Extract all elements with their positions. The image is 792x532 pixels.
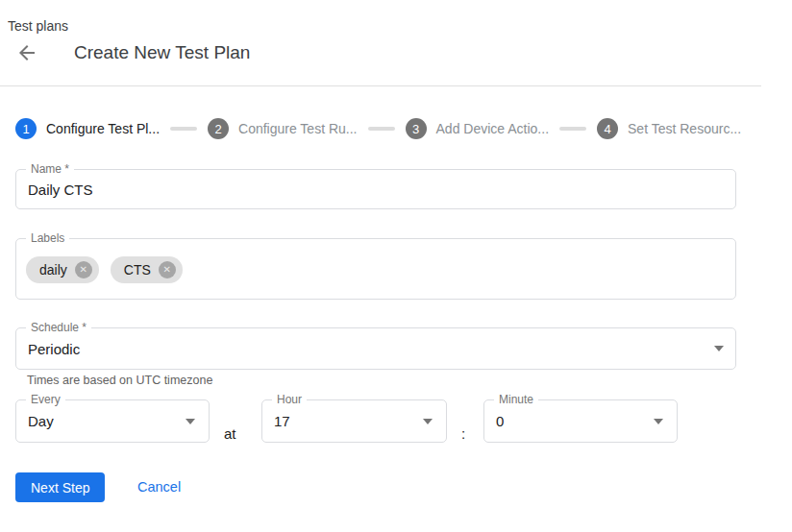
back-arrow-icon bbox=[15, 53, 38, 67]
step-connector bbox=[559, 127, 586, 131]
step-2-circle: 2 bbox=[208, 118, 229, 139]
chip-daily-text: daily bbox=[39, 262, 67, 278]
chip-cts: CTS ✕ bbox=[111, 256, 183, 283]
step-3-circle: 3 bbox=[406, 118, 427, 139]
chip-daily: daily ✕ bbox=[26, 256, 99, 283]
next-step-button[interactable]: Next Step bbox=[15, 472, 105, 502]
header-divider bbox=[0, 85, 761, 86]
chevron-down-icon bbox=[714, 346, 724, 351]
minute-value: 0 bbox=[496, 400, 504, 442]
every-select[interactable]: Every Day bbox=[15, 399, 210, 443]
schedule-select[interactable]: Schedule * Periodic bbox=[15, 327, 736, 370]
stepper-step-3[interactable]: 3 Add Device Actio... bbox=[406, 118, 550, 139]
chevron-down-icon bbox=[654, 419, 663, 424]
chip-cts-remove-icon[interactable]: ✕ bbox=[159, 261, 176, 278]
create-test-plan-page: Test plans Create New Test Plan 1 Config… bbox=[0, 0, 792, 532]
labels-field[interactable]: Labels daily ✕ CTS ✕ bbox=[15, 238, 736, 300]
step-3-label: Add Device Actio... bbox=[436, 121, 550, 136]
label-chips: daily ✕ CTS ✕ bbox=[26, 256, 183, 283]
step-1-circle: 1 bbox=[15, 118, 37, 139]
chevron-down-icon bbox=[186, 419, 195, 424]
name-input[interactable] bbox=[28, 170, 706, 208]
stepper-step-4[interactable]: 4 Set Test Resourc... bbox=[597, 118, 741, 139]
colon-text: : bbox=[461, 425, 465, 442]
step-2-label: Configure Test Ru... bbox=[238, 121, 357, 136]
name-field: Name * bbox=[15, 169, 736, 209]
step-4-label: Set Test Resourc... bbox=[628, 121, 741, 136]
timezone-helper-text: Times are based on UTC timezone bbox=[27, 374, 212, 387]
step-4-circle: 4 bbox=[597, 118, 618, 139]
stepper: 1 Configure Test Pl... 2 Configure Test … bbox=[15, 118, 741, 139]
stepper-step-2[interactable]: 2 Configure Test Ru... bbox=[208, 118, 357, 139]
chip-cts-text: CTS bbox=[124, 262, 151, 278]
at-text: at bbox=[224, 425, 236, 442]
every-value: Day bbox=[28, 400, 54, 442]
schedule-value: Periodic bbox=[28, 328, 80, 369]
step-1-label: Configure Test Pl... bbox=[46, 121, 160, 136]
cancel-button[interactable]: Cancel bbox=[137, 479, 181, 495]
page-title: Create New Test Plan bbox=[74, 42, 250, 63]
hour-value: 17 bbox=[274, 400, 290, 442]
breadcrumb: Test plans bbox=[8, 18, 68, 34]
step-connector bbox=[368, 127, 395, 131]
chip-daily-remove-icon[interactable]: ✕ bbox=[75, 261, 92, 278]
stepper-step-1[interactable]: 1 Configure Test Pl... bbox=[15, 118, 160, 139]
hour-select[interactable]: Hour 17 bbox=[261, 399, 447, 443]
step-connector bbox=[170, 127, 197, 131]
minute-select[interactable]: Minute 0 bbox=[483, 399, 678, 443]
labels-field-label: Labels bbox=[26, 231, 69, 245]
chevron-down-icon bbox=[423, 419, 433, 424]
back-button[interactable] bbox=[13, 41, 40, 64]
